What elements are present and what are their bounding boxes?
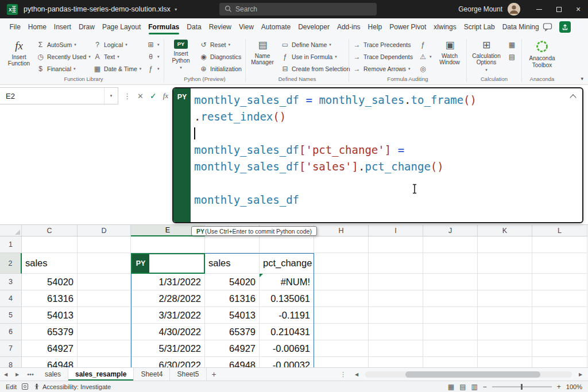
sheet-tab-sheet4[interactable]: Sheet4 [134, 368, 170, 381]
cell-K2[interactable] [478, 253, 532, 274]
financial-button[interactable]: $Financial▾ [34, 63, 90, 75]
normal-view-icon[interactable]: ▦ [448, 383, 454, 391]
python-formula-editor[interactable]: PY monthly_sales_df = monthly_sales.to_f… [172, 87, 583, 223]
cell-D3[interactable] [78, 274, 131, 290]
code-line[interactable]: monthly_sales_df['sales'].pct_change() [194, 158, 575, 175]
cell-K5[interactable] [478, 307, 532, 324]
cell-F7[interactable]: 64927 [205, 340, 260, 357]
cell-D1[interactable] [78, 236, 131, 253]
row-header-4[interactable]: 4 [0, 290, 22, 307]
sheet-nav-right[interactable]: ▶ [11, 368, 23, 381]
close-button[interactable]: × [568, 0, 588, 18]
cell-J7[interactable] [423, 340, 478, 357]
cell-I1[interactable] [369, 236, 423, 253]
zoom-slider-thumb[interactable] [521, 384, 523, 390]
trace-dependents-button[interactable]: →Trace Dependents [351, 51, 415, 63]
ribbon-tab-power-pivot[interactable]: Power Pivot [386, 18, 430, 36]
ribbon-tab-script-lab[interactable]: Script Lab [460, 18, 498, 36]
add-sheet-button[interactable]: + [207, 368, 222, 381]
cell-G3[interactable]: #NUM! [260, 274, 314, 290]
cell-J6[interactable] [423, 324, 478, 340]
sheet-tab-sheet5[interactable]: Sheet5 [170, 368, 206, 381]
cell-F8[interactable]: 64948 [205, 357, 260, 367]
math-trig-button[interactable]: θ▾ [145, 51, 162, 63]
code-line[interactable]: monthly_sales_df['pct_change'] = [194, 142, 575, 158]
horizontal-scrollbar-thumb[interactable] [405, 371, 540, 378]
search-input[interactable] [219, 3, 377, 15]
more-functions-button[interactable]: ƒ▾ [145, 63, 162, 75]
workbook-title[interactable]: python-pandas-time-series-demo-solution.… [24, 5, 178, 13]
code-line[interactable]: monthly_sales_df [194, 192, 575, 208]
cell-D6[interactable] [78, 324, 131, 340]
show-formulas-button[interactable]: ƒ [417, 39, 433, 51]
cell-C6[interactable]: 65379 [22, 324, 78, 340]
cell-K7[interactable] [478, 340, 532, 357]
ribbon-tab-data-mining[interactable]: Data Mining [498, 18, 543, 36]
diagnostics-button[interactable]: ◉Diagnostics [198, 51, 243, 63]
ribbon-tab-review[interactable]: Review [205, 18, 235, 36]
cell-K8[interactable] [478, 357, 532, 367]
column-header-L[interactable]: L [532, 225, 587, 236]
restore-button[interactable] [549, 0, 568, 18]
cell-L6[interactable] [532, 324, 587, 340]
calculate-now-button[interactable]: ▦ [506, 39, 520, 51]
cell-C5[interactable]: 54013 [22, 307, 78, 324]
recently-used-button[interactable]: ◷Recently Used▾ [34, 51, 90, 63]
cell-G4[interactable]: 0.135061 [260, 290, 314, 307]
reset-button[interactable]: ↺Reset▾ [198, 39, 243, 51]
sheet-tab-sales[interactable]: sales [38, 368, 68, 381]
row-header-2[interactable]: 2 [0, 253, 22, 274]
row-header-3[interactable]: 3 [0, 274, 22, 290]
row-header-7[interactable]: 7 [0, 340, 22, 357]
cell-G5[interactable]: -0.1191 [260, 307, 314, 324]
cell-J2[interactable] [423, 253, 478, 274]
cell-I4[interactable] [369, 290, 423, 307]
macro-record-icon[interactable] [22, 383, 28, 390]
cell-H5[interactable] [314, 307, 369, 324]
drag-handle-icon[interactable]: ⋮ [123, 92, 131, 100]
cell-J8[interactable] [423, 357, 478, 367]
cell-D2[interactable] [78, 253, 131, 274]
ribbon-tab-view[interactable]: View [235, 18, 258, 36]
cell-C7[interactable]: 64927 [22, 340, 78, 357]
cell-C8[interactable]: 64948 [22, 357, 78, 367]
zoom-slider[interactable] [492, 386, 552, 387]
calculate-sheet-button[interactable]: ▤ [506, 51, 520, 63]
use-in-formula-button[interactable]: ƒUse in Formula▾ [279, 51, 347, 63]
cell-C4[interactable]: 61316 [22, 290, 78, 307]
search-box[interactable] [219, 3, 377, 15]
cell-E2[interactable]: PY [131, 253, 205, 274]
accessibility-status[interactable]: Accessibility: Investigate [33, 383, 111, 390]
cell-H1[interactable] [314, 236, 369, 253]
zoom-level[interactable]: 100% [566, 383, 582, 390]
name-box[interactable]: E2 ▾ [0, 87, 118, 104]
share-button[interactable] [559, 21, 571, 33]
cell-J5[interactable] [423, 307, 478, 324]
date-time-button[interactable]: ▦Date & Time▾ [91, 63, 143, 75]
ribbon-tab-file[interactable]: File [6, 18, 24, 36]
cell-D5[interactable] [78, 307, 131, 324]
cell-H6[interactable] [314, 324, 369, 340]
cell-I8[interactable] [369, 357, 423, 367]
code-line[interactable] [194, 175, 575, 192]
cell-I5[interactable] [369, 307, 423, 324]
cell-F4[interactable]: 61316 [205, 290, 260, 307]
code-line[interactable]: monthly_sales_df = monthly_sales.to_fram… [194, 92, 575, 108]
cell-H7[interactable] [314, 340, 369, 357]
cell-I2[interactable] [369, 253, 423, 274]
insert-function-icon[interactable]: fx [163, 91, 168, 100]
ribbon-tab-add-ins[interactable]: Add-ins [333, 18, 364, 36]
cell-C1[interactable] [22, 236, 78, 253]
ribbon-tab-page-layout[interactable]: Page Layout [98, 18, 144, 36]
cell-E1[interactable] [131, 236, 205, 253]
cell-E8[interactable]: 6/30/2022 [131, 357, 205, 367]
autosum-button[interactable]: ΣAutoSum▾ [34, 39, 90, 51]
ribbon-tab-developer[interactable]: Developer [295, 18, 334, 36]
row-header-8[interactable]: 8 [0, 357, 22, 367]
cell-K4[interactable] [478, 290, 532, 307]
cell-L2[interactable] [532, 253, 587, 274]
cell-K3[interactable] [478, 274, 532, 290]
ribbon-tab-home[interactable]: Home [24, 18, 50, 36]
name-manager-button[interactable]: ▤ Name Manager [247, 38, 277, 75]
lookup-reference-button[interactable]: ⊞▾ [145, 39, 162, 51]
